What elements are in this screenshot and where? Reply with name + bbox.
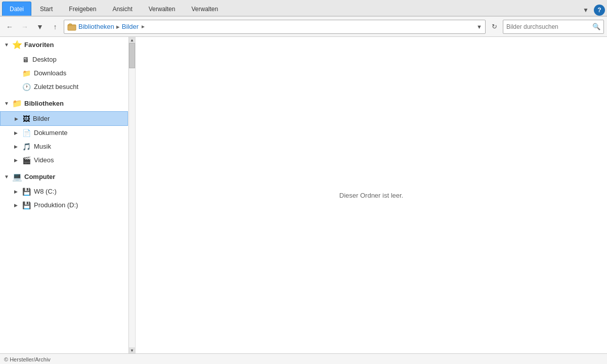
videos-icon — [22, 156, 31, 164]
sidebar-item-w8c[interactable]: ▶ W8 (C:) — [0, 185, 128, 198]
musik-expand: ▶ — [14, 144, 19, 149]
sidebar: ▼ ⭐ Favoriten Desktop Downloads — [0, 37, 136, 353]
path-folder-icon — [67, 22, 76, 31]
tab-freigeben[interactable]: Freigeben — [61, 2, 104, 16]
tab-ansicht[interactable]: Ansicht — [105, 2, 140, 16]
tree-header-bibliotheken[interactable]: ▼ 📁 Bibliotheken — [0, 96, 128, 111]
scroll-down-arrow[interactable]: ▼ — [129, 347, 135, 353]
status-bar: © Hersteller/Archiv — [0, 353, 607, 364]
computer-label: Computer — [24, 173, 55, 180]
sidebar-item-prod[interactable]: ▶ Produktion (D:) — [0, 198, 128, 212]
ribbon: Datei Start Freigeben Ansicht Verwalten … — [0, 0, 607, 17]
bilder-expand: ▶ — [15, 116, 20, 121]
computer-icon: 💻 — [12, 172, 22, 181]
dropdown-arrow-button[interactable]: ▼ — [33, 20, 47, 33]
bibliotheken-icon: 📁 — [12, 99, 22, 108]
downloads-label: Downloads — [34, 69, 66, 77]
main-layout: ▼ ⭐ Favoriten Desktop Downloads — [0, 37, 607, 353]
desktop-label: Desktop — [32, 56, 57, 63]
search-icon: 🔍 — [592, 23, 600, 30]
w8c-expand: ▶ — [14, 189, 19, 194]
scroll-thumb[interactable] — [129, 43, 135, 68]
tree-group-computer: ▼ 💻 Computer ▶ W8 (C:) ▶ Produktion (D:) — [0, 169, 128, 212]
favoriten-expand-icon: ▼ — [4, 42, 10, 48]
sidebar-item-musik[interactable]: ▶ Musik — [0, 140, 128, 153]
tree-group-bibliotheken: ▼ 📁 Bibliotheken ▶ Bilder ▶ Dokumente ▶ — [0, 96, 128, 167]
search-input[interactable] — [506, 23, 592, 30]
tree-header-favoriten[interactable]: ▼ ⭐ Favoriten — [0, 37, 128, 53]
prod-expand: ▶ — [14, 203, 19, 208]
w8c-label: W8 (C:) — [34, 188, 57, 195]
breadcrumb: Bibliotheken ► Bilder ► — [78, 23, 146, 30]
address-path-bar[interactable]: Bibliotheken ► Bilder ► ▼ — [64, 20, 486, 34]
empty-folder-message: Dieser Ordner ist leer. — [339, 192, 403, 199]
videos-expand: ▶ — [14, 158, 19, 163]
back-button[interactable]: ← — [3, 20, 16, 33]
favoriten-label: Favoriten — [24, 41, 54, 49]
favoriten-icon: ⭐ — [12, 40, 22, 50]
sidebar-content: ▼ ⭐ Favoriten Desktop Downloads — [0, 37, 135, 212]
tree-header-computer[interactable]: ▼ 💻 Computer — [0, 169, 128, 185]
breadcrumb-bilder-chevron[interactable]: ► — [141, 24, 146, 29]
recent-icon — [22, 82, 31, 91]
w8c-icon — [22, 187, 31, 196]
musik-icon — [22, 142, 31, 151]
videos-label: Videos — [34, 156, 54, 164]
sidebar-item-dokumente[interactable]: ▶ Dokumente — [0, 126, 128, 140]
ribbon-collapse-button[interactable]: ▼ — [580, 6, 592, 15]
dokumente-label: Dokumente — [34, 129, 67, 136]
breadcrumb-bilder[interactable]: Bilder — [122, 23, 139, 30]
ribbon-tab-bar: Datei Start Freigeben Ansicht Verwalten … — [0, 0, 607, 16]
status-text: © Hersteller/Archiv — [4, 356, 51, 362]
sidebar-item-downloads[interactable]: Downloads — [0, 66, 128, 80]
up-button[interactable]: ↑ — [49, 20, 62, 33]
scroll-up-arrow[interactable]: ▲ — [129, 37, 135, 43]
svg-rect-0 — [68, 25, 76, 30]
search-box[interactable]: 🔍 — [503, 20, 604, 34]
tab-verwalten2[interactable]: Verwalten — [184, 2, 226, 16]
tab-verwalten1[interactable]: Verwalten — [141, 2, 183, 16]
computer-expand-icon: ▼ — [4, 174, 10, 179]
ribbon-right-controls: ▼ ? — [580, 5, 605, 16]
bibliotheken-label: Bibliotheken — [24, 100, 64, 107]
dokumente-icon — [22, 128, 31, 137]
bibliotheken-expand-icon: ▼ — [4, 101, 10, 106]
zuletzt-label: Zuletzt besucht — [34, 83, 78, 90]
desktop-icon — [22, 55, 29, 64]
content-area: Dieser Ordner ist leer. — [136, 37, 607, 353]
address-bar: ← → ▼ ↑ Bibliotheken ► Bilder ► ▼ ↻ 🔍 — [0, 17, 607, 37]
sidebar-item-videos[interactable]: ▶ Videos — [0, 153, 128, 167]
sidebar-item-bilder[interactable]: ▶ Bilder — [0, 111, 128, 126]
tab-start[interactable]: Start — [32, 2, 60, 16]
help-button[interactable]: ? — [594, 5, 605, 16]
bilder-icon — [23, 114, 30, 123]
breadcrumb-sep-1: ► — [115, 24, 121, 30]
bilder-label: Bilder — [33, 115, 50, 122]
address-dropdown-button[interactable]: ▼ — [476, 24, 482, 30]
musik-label: Musik — [34, 143, 51, 150]
prod-label: Produktion (D:) — [34, 201, 78, 209]
sidebar-item-zuletzt[interactable]: Zuletzt besucht — [0, 80, 128, 94]
forward-button[interactable]: → — [18, 20, 31, 33]
downloads-icon — [22, 69, 31, 77]
scroll-track[interactable] — [129, 43, 135, 347]
sidebar-scrollbar[interactable]: ▲ ▼ — [128, 37, 135, 353]
tree-group-favoriten: ▼ ⭐ Favoriten Desktop Downloads — [0, 37, 128, 94]
refresh-button[interactable]: ↻ — [488, 20, 501, 33]
breadcrumb-bibliotheken[interactable]: Bibliotheken — [78, 23, 114, 30]
prod-icon — [22, 201, 31, 209]
dokumente-expand: ▶ — [14, 130, 19, 135]
tab-datei[interactable]: Datei — [2, 2, 31, 16]
sidebar-item-desktop[interactable]: Desktop — [0, 53, 128, 66]
